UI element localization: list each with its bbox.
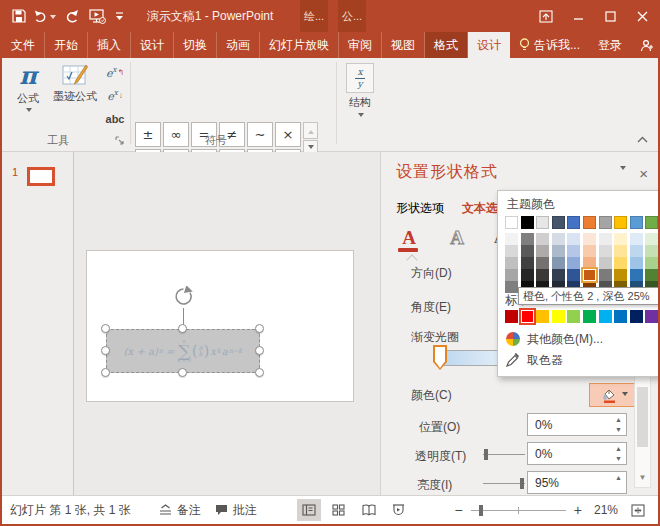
position-spinner[interactable]: ▲▼ bbox=[615, 415, 622, 434]
theme-shade-swatch[interactable] bbox=[552, 245, 565, 257]
theme-shade-swatch[interactable] bbox=[521, 245, 534, 257]
theme-shade-swatch[interactable] bbox=[505, 257, 518, 269]
redo-icon[interactable] bbox=[60, 5, 82, 27]
slide-thumbnail[interactable] bbox=[27, 167, 55, 186]
ribbon-tab-format-contextual[interactable]: 格式 bbox=[425, 32, 468, 58]
standard-color-swatch[interactable] bbox=[552, 310, 565, 323]
ribbon-display-options-icon[interactable] bbox=[534, 4, 558, 28]
resize-handle-nw[interactable] bbox=[101, 324, 110, 333]
comments-button[interactable]: 批注 bbox=[215, 502, 257, 519]
slide-sorter-view-icon[interactable] bbox=[327, 499, 351, 521]
resize-handle-ne[interactable] bbox=[255, 324, 264, 333]
ink-equation-button[interactable]: 墨迹公式 bbox=[50, 63, 100, 104]
theme-color-swatch[interactable] bbox=[552, 216, 565, 229]
ribbon-tab-design-active[interactable]: 设计 bbox=[468, 32, 510, 58]
standard-color-swatch[interactable] bbox=[536, 310, 549, 323]
reading-view-icon[interactable] bbox=[357, 499, 381, 521]
theme-shade-swatch[interactable] bbox=[599, 257, 612, 269]
theme-color-swatch[interactable] bbox=[630, 216, 643, 229]
sign-in-button[interactable]: 登录 bbox=[589, 32, 631, 58]
zoom-slider-handle[interactable] bbox=[479, 505, 483, 516]
rotation-handle-icon[interactable] bbox=[172, 286, 195, 308]
theme-color-swatch[interactable] bbox=[567, 216, 580, 229]
tools-dialog-launcher-icon[interactable] bbox=[114, 134, 126, 146]
position-input[interactable]: 0% ▲▼ bbox=[527, 413, 627, 436]
standard-color-swatch[interactable] bbox=[630, 310, 643, 323]
theme-shade-swatch[interactable] bbox=[505, 233, 518, 245]
fit-slide-to-window-icon[interactable] bbox=[626, 499, 650, 521]
theme-shade-swatch[interactable] bbox=[583, 245, 596, 257]
customize-qat-icon[interactable] bbox=[112, 5, 126, 27]
theme-shade-swatch[interactable] bbox=[645, 233, 658, 245]
theme-shade-swatch[interactable] bbox=[583, 257, 596, 269]
text-effects-icon[interactable]: A bbox=[444, 224, 470, 252]
theme-shade-swatch[interactable] bbox=[567, 257, 580, 269]
theme-shade-swatch[interactable] bbox=[614, 233, 627, 245]
symbol-button[interactable]: × bbox=[275, 122, 301, 147]
slideshow-view-icon[interactable] bbox=[387, 499, 411, 521]
theme-shade-swatch[interactable] bbox=[645, 245, 658, 257]
collapse-ribbon-icon[interactable] bbox=[634, 131, 650, 145]
theme-color-swatch[interactable] bbox=[583, 216, 596, 229]
theme-shade-swatch[interactable] bbox=[599, 233, 612, 245]
linear-format-button[interactable]: ex↓ bbox=[102, 85, 128, 106]
theme-shade-swatch[interactable] bbox=[567, 245, 580, 257]
theme-shade-swatch[interactable] bbox=[645, 269, 658, 281]
start-from-beginning-icon[interactable] bbox=[86, 5, 108, 27]
normal-text-button[interactable]: abc bbox=[102, 108, 128, 129]
resize-handle-e[interactable] bbox=[255, 346, 264, 355]
theme-color-swatch[interactable] bbox=[505, 216, 518, 229]
contextual-tab-group-header[interactable]: 绘... bbox=[300, 0, 328, 32]
resize-handle-n[interactable] bbox=[178, 324, 187, 333]
theme-shade-swatch[interactable] bbox=[614, 269, 627, 281]
symbol-button[interactable]: ± bbox=[135, 122, 161, 147]
brightness-spinner[interactable]: ▲ bbox=[615, 473, 622, 482]
theme-shade-swatch[interactable] bbox=[567, 233, 580, 245]
theme-shade-swatch[interactable] bbox=[552, 233, 565, 245]
symbols-scroll-up-icon[interactable] bbox=[303, 122, 318, 139]
undo-icon[interactable] bbox=[34, 5, 56, 27]
equation-button[interactable]: π 公式 bbox=[10, 63, 46, 115]
theme-shade-swatch[interactable] bbox=[630, 233, 643, 245]
ribbon-tab[interactable]: 幻灯片放映 bbox=[260, 32, 339, 58]
theme-shade-swatch[interactable] bbox=[521, 269, 534, 281]
share-button[interactable]: 共享 bbox=[631, 32, 660, 58]
theme-shade-swatch[interactable] bbox=[536, 233, 549, 245]
theme-shade-swatch[interactable] bbox=[552, 269, 565, 281]
transparency-input[interactable]: 0% ▲▼ bbox=[527, 442, 627, 465]
theme-shade-swatch[interactable] bbox=[614, 245, 627, 257]
theme-shade-swatch[interactable] bbox=[552, 257, 565, 269]
theme-shade-swatch[interactable] bbox=[630, 257, 643, 269]
theme-shade-swatch[interactable] bbox=[505, 269, 518, 281]
gradient-stop-handle[interactable] bbox=[433, 345, 447, 370]
minimize-icon[interactable] bbox=[566, 4, 590, 28]
theme-color-swatch[interactable] bbox=[536, 216, 549, 229]
slide-count-indicator[interactable]: 幻灯片 第 1 张, 共 1 张 bbox=[10, 502, 131, 519]
zoom-in-icon[interactable]: + bbox=[574, 502, 582, 518]
resize-handle-sw[interactable] bbox=[101, 368, 110, 377]
ribbon-tab[interactable]: 审阅 bbox=[339, 32, 382, 58]
notes-button[interactable]: 备注 bbox=[159, 502, 201, 519]
transparency-slider[interactable] bbox=[483, 454, 525, 455]
close-icon[interactable] bbox=[630, 4, 654, 28]
color-picker-button[interactable] bbox=[589, 383, 639, 407]
standard-color-swatch[interactable] bbox=[599, 310, 612, 323]
brightness-input[interactable]: 95% ▲ bbox=[527, 471, 627, 494]
resize-handle-se[interactable] bbox=[255, 368, 264, 377]
theme-shade-swatch[interactable] bbox=[536, 245, 549, 257]
pane-scrollbar-thumb[interactable] bbox=[637, 387, 648, 447]
theme-shade-swatch[interactable] bbox=[645, 257, 658, 269]
ribbon-tab[interactable]: 切换 bbox=[174, 32, 217, 58]
zoom-level[interactable]: 21% bbox=[594, 503, 618, 517]
brightness-slider[interactable] bbox=[483, 483, 525, 484]
theme-shade-swatch[interactable] bbox=[614, 257, 627, 269]
save-icon[interactable] bbox=[8, 5, 30, 27]
theme-shade-swatch[interactable] bbox=[630, 245, 643, 257]
zoom-slider[interactable] bbox=[471, 510, 566, 511]
ribbon-tab[interactable]: 设计 bbox=[131, 32, 174, 58]
standard-color-swatch[interactable] bbox=[645, 310, 658, 323]
normal-view-icon[interactable] bbox=[297, 499, 321, 521]
pane-scroll-down-icon[interactable]: ▼ bbox=[635, 470, 650, 485]
ribbon-tab[interactable]: 动画 bbox=[217, 32, 260, 58]
theme-shade-swatch[interactable] bbox=[630, 269, 643, 281]
